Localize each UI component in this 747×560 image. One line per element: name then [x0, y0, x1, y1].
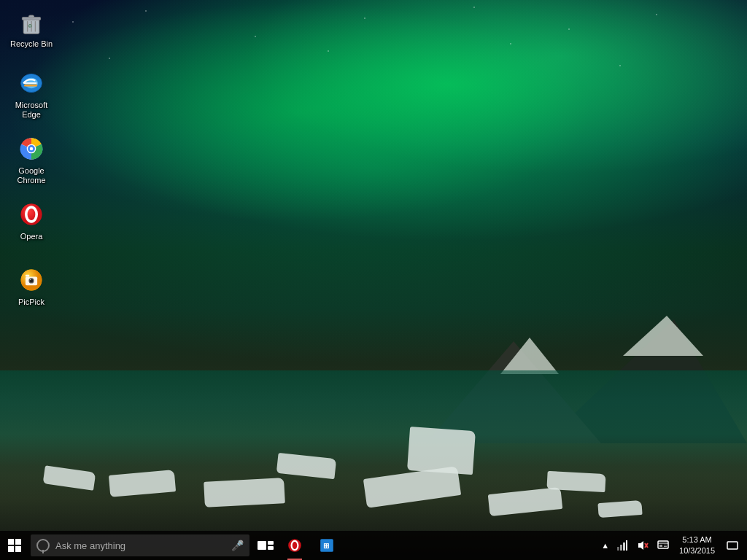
svg-rect-32	[626, 540, 627, 551]
svg-point-23	[30, 279, 31, 280]
windows-logo-icon	[8, 539, 21, 552]
start-button[interactable]	[0, 531, 29, 560]
svg-rect-24	[26, 275, 29, 277]
svg-rect-41	[727, 542, 738, 549]
task-view-icon	[258, 541, 274, 550]
network-icon[interactable]	[612, 531, 632, 560]
picpick-desktop-icon[interactable]: PicPick	[6, 262, 57, 310]
opera-desktop-icon[interactable]: Opera	[6, 197, 57, 244]
taskbar-app-1[interactable]: ⊞	[311, 531, 343, 560]
recycle-bin-image: ♻	[17, 7, 46, 36]
clock[interactable]: 5:13 AM 10/3/2015	[673, 531, 721, 560]
recycle-bin-label: Recycle Bin	[10, 39, 53, 49]
picpick-image	[17, 265, 46, 295]
opera-image	[17, 200, 46, 229]
ice-decoration	[597, 500, 642, 518]
svg-point-14	[30, 147, 34, 151]
taskbar-opera-icon	[287, 537, 303, 553]
microphone-icon[interactable]: 🎤	[231, 540, 244, 551]
ms-edge-label: Microsoft Edge	[9, 101, 54, 120]
ms-edge-image	[17, 69, 46, 98]
taskbar-app-1-icon: ⊞	[319, 537, 335, 553]
taskbar-opera-button[interactable]	[279, 531, 311, 560]
task-view-button[interactable]	[252, 531, 279, 560]
clock-date: 10/3/2015	[679, 545, 715, 556]
mountain-snow-right	[623, 316, 703, 356]
search-bar[interactable]: Ask me anything 🎤	[31, 534, 249, 556]
svg-rect-30	[620, 545, 622, 551]
svg-marker-33	[638, 541, 643, 550]
ice-decoration	[204, 478, 285, 508]
google-chrome-label: Google Chrome	[9, 166, 54, 185]
google-chrome-image	[17, 134, 46, 163]
clock-time: 5:13 AM	[682, 534, 711, 545]
recycle-bin-icon[interactable]: ♻ Recycle Bin	[6, 4, 57, 52]
svg-rect-10	[24, 85, 37, 87]
google-chrome-icon[interactable]: Google Chrome	[6, 131, 57, 188]
svg-rect-5	[28, 15, 34, 18]
notifications-icon	[727, 540, 738, 551]
messaging-icon[interactable]	[653, 531, 673, 560]
picpick-label: PicPick	[18, 298, 44, 307]
tray-overflow-button[interactable]: ▲	[598, 531, 612, 560]
search-placeholder-text: Ask me anything	[55, 540, 228, 551]
svg-rect-31	[623, 542, 625, 551]
svg-rect-40	[664, 546, 667, 547]
mountain-snow-left	[500, 338, 559, 374]
volume-muted-icon[interactable]	[632, 531, 653, 560]
desktop: ♻ Recycle Bin Microsoft Edge	[0, 0, 747, 560]
svg-text:⊞: ⊞	[323, 542, 329, 550]
system-tray: ▲	[598, 531, 747, 560]
svg-rect-38	[659, 545, 662, 547]
cortana-icon	[36, 539, 50, 552]
ice-decoration	[407, 427, 476, 475]
svg-rect-39	[664, 545, 667, 545]
taskbar: Ask me anything 🎤	[0, 531, 747, 560]
stars-decoration	[0, 0, 747, 280]
ms-edge-icon[interactable]: Microsoft Edge	[6, 66, 57, 122]
svg-text:♻: ♻	[28, 23, 32, 29]
notifications-button[interactable]	[721, 531, 744, 560]
ice-decoration	[546, 471, 605, 492]
svg-rect-29	[617, 547, 619, 551]
opera-label: Opera	[20, 232, 43, 241]
